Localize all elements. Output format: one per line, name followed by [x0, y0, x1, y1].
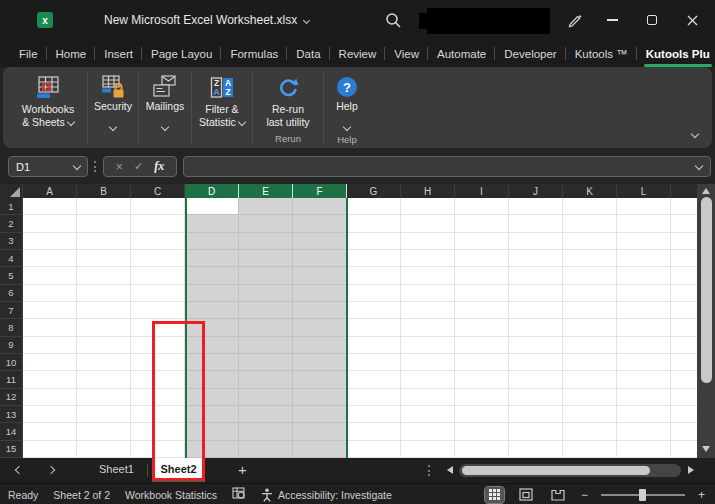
cell-H4[interactable] [401, 250, 455, 267]
column-header-g[interactable]: G [347, 184, 401, 198]
cell-J13[interactable] [509, 406, 563, 423]
row-header-3[interactable]: 3 [0, 233, 23, 250]
cell-F1[interactable] [293, 198, 347, 215]
cell-K11[interactable] [563, 371, 617, 388]
cell-K2[interactable] [563, 215, 617, 232]
collapse-ribbon-button[interactable] [692, 123, 698, 141]
cell-J7[interactable] [509, 302, 563, 319]
cell-L12[interactable] [617, 389, 671, 406]
cell-G12[interactable] [347, 389, 401, 406]
cell-J4[interactable] [509, 250, 563, 267]
cell-G8[interactable] [347, 319, 401, 336]
cell-B12[interactable] [77, 389, 131, 406]
horizontal-scrollbar[interactable] [459, 464, 681, 477]
cell-H2[interactable] [401, 215, 455, 232]
cell-J10[interactable] [509, 354, 563, 371]
ribbon-tab-data[interactable]: Data [287, 40, 329, 67]
cell-I13[interactable] [455, 406, 509, 423]
cell-G1[interactable] [347, 198, 401, 215]
cell-I2[interactable] [455, 215, 509, 232]
cell-F5[interactable] [293, 267, 347, 284]
cell-B14[interactable] [77, 423, 131, 440]
cell-J6[interactable] [509, 285, 563, 302]
cell-F7[interactable] [293, 302, 347, 319]
cell-I12[interactable] [455, 389, 509, 406]
cell-E15[interactable] [239, 441, 293, 458]
row-header-5[interactable]: 5 [0, 267, 23, 284]
cell-I15[interactable] [455, 441, 509, 458]
cell-D3[interactable] [185, 233, 239, 250]
cell-K12[interactable] [563, 389, 617, 406]
cell-J15[interactable] [509, 441, 563, 458]
cell-H7[interactable] [401, 302, 455, 319]
cell-I10[interactable] [455, 354, 509, 371]
cell-B9[interactable] [77, 337, 131, 354]
cell-G14[interactable] [347, 423, 401, 440]
cell-I1[interactable] [455, 198, 509, 215]
cell-C5[interactable] [131, 267, 185, 284]
cell-D7[interactable] [185, 302, 239, 319]
ribbon-tab-view[interactable]: View [385, 40, 428, 67]
cell-D6[interactable] [185, 285, 239, 302]
cell-K14[interactable] [563, 423, 617, 440]
scroll-down-icon[interactable] [702, 446, 710, 452]
cell-E12[interactable] [239, 389, 293, 406]
cell-L15[interactable] [617, 441, 671, 458]
scroll-right-icon[interactable] [688, 466, 694, 474]
cell-I4[interactable] [455, 250, 509, 267]
cell-partial-13[interactable] [671, 406, 697, 423]
row-header-1[interactable]: 1 [0, 198, 23, 215]
cell-partial-12[interactable] [671, 389, 697, 406]
cell-C6[interactable] [131, 285, 185, 302]
row-header-10[interactable]: 10 [0, 354, 23, 371]
name-box[interactable]: D1 [8, 156, 88, 177]
ribbon-tab-kutools-plu[interactable]: Kutools Plu [637, 40, 715, 67]
zoom-slider-thumb[interactable] [639, 489, 646, 501]
cell-I14[interactable] [455, 423, 509, 440]
cell-G4[interactable] [347, 250, 401, 267]
cell-partial-1[interactable] [671, 198, 697, 215]
cell-G6[interactable] [347, 285, 401, 302]
cell-J11[interactable] [509, 371, 563, 388]
column-header-e[interactable]: E [239, 184, 293, 198]
cell-J9[interactable] [509, 337, 563, 354]
row-header-9[interactable]: 9 [0, 337, 23, 354]
column-header-f[interactable]: F [293, 184, 347, 198]
ribbon-group-mailings[interactable]: Mailings [139, 67, 191, 148]
ribbon-tab-developer[interactable]: Developer [495, 40, 565, 67]
cell-J8[interactable] [509, 319, 563, 336]
cell-H3[interactable] [401, 233, 455, 250]
scroll-up-icon[interactable] [702, 188, 710, 194]
cell-E9[interactable] [239, 337, 293, 354]
cell-A10[interactable] [23, 354, 77, 371]
ribbon-tab-automate[interactable]: Automate [428, 40, 495, 67]
enter-icon[interactable]: ✓ [134, 160, 143, 173]
zoom-out-button[interactable]: − [581, 488, 588, 502]
cell-F6[interactable] [293, 285, 347, 302]
cell-B13[interactable] [77, 406, 131, 423]
cell-K10[interactable] [563, 354, 617, 371]
cell-C2[interactable] [131, 215, 185, 232]
vertical-scrollbar[interactable] [697, 184, 715, 458]
cell-E7[interactable] [239, 302, 293, 319]
row-header-12[interactable]: 12 [0, 389, 23, 406]
cell-A14[interactable] [23, 423, 77, 440]
cell-L5[interactable] [617, 267, 671, 284]
cell-partial-10[interactable] [671, 354, 697, 371]
column-header-j[interactable]: J [509, 184, 563, 198]
cell-D1[interactable] [185, 198, 239, 215]
cell-I11[interactable] [455, 371, 509, 388]
cell-I7[interactable] [455, 302, 509, 319]
cell-K15[interactable] [563, 441, 617, 458]
cell-B4[interactable] [77, 250, 131, 267]
cell-L9[interactable] [617, 337, 671, 354]
cell-C1[interactable] [131, 198, 185, 215]
previous-sheet-button[interactable] [16, 467, 22, 473]
cell-A9[interactable] [23, 337, 77, 354]
cell-K7[interactable] [563, 302, 617, 319]
cell-L1[interactable] [617, 198, 671, 215]
cell-B2[interactable] [77, 215, 131, 232]
cell-A8[interactable] [23, 319, 77, 336]
sheet-tab-sheet1[interactable]: Sheet1 [99, 463, 134, 475]
ribbon-group-re-run[interactable]: Re-runlast utilityRerun [253, 67, 323, 148]
